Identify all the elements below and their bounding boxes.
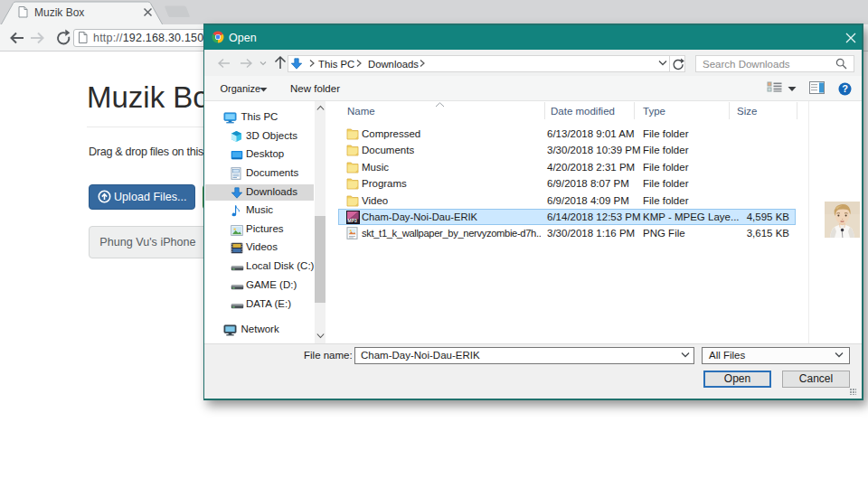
svg-text:?: ? [842,83,848,94]
svg-text:MP3: MP3 [348,219,357,223]
